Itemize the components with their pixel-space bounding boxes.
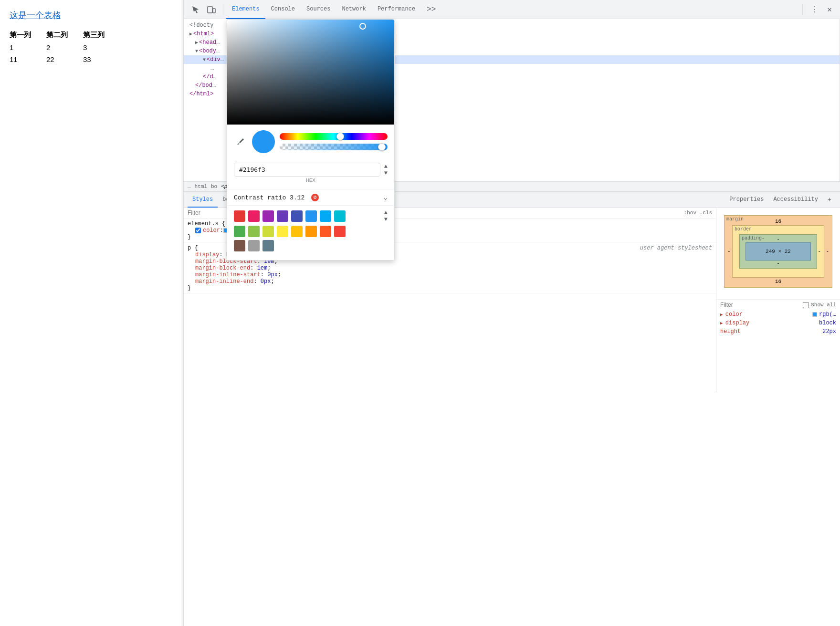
hex-section: ▲▼ HEX <box>227 163 394 189</box>
palette-swatch-cyan[interactable] <box>334 210 346 222</box>
palette-swatch-lightgreen[interactable] <box>248 226 260 237</box>
margin-right-value[interactable]: - <box>826 249 829 254</box>
expand-icon[interactable]: ▶ <box>189 31 192 37</box>
palette-swatch-lightblue[interactable] <box>320 210 331 222</box>
page-content: 这是一个表格 第一列 第二列 第三列 1 2 3 11 22 33 <box>0 0 181 626</box>
tab-elements[interactable]: Elements <box>226 0 265 19</box>
contrast-ratio-row[interactable]: Contrast ratio 3.12 ⊘ ⌄ <box>227 189 394 205</box>
palette-swatch-grey[interactable] <box>248 240 260 251</box>
box-model-container: margin 16 - 16 - border - padd <box>716 208 840 295</box>
computed-row-color: color rgb(… <box>716 310 840 319</box>
palette-row-1: ▲▼ <box>234 209 388 223</box>
color-spectrum[interactable] <box>227 20 394 125</box>
palette-swatch-amber[interactable] <box>291 226 303 237</box>
palette-arrows[interactable]: ▲▼ <box>384 209 388 223</box>
tabs-overflow-button[interactable]: >> <box>423 0 440 19</box>
expand-div-icon[interactable]: ▼ <box>203 57 206 63</box>
dom-div-tag: <div <box>207 56 220 63</box>
hex-input[interactable] <box>234 163 380 177</box>
page-title: 这是一个表格 <box>10 10 172 21</box>
tab-accessibility[interactable]: Accessibility <box>768 192 823 208</box>
tab-separator <box>223 4 223 15</box>
css-prop-checkbox[interactable] <box>195 228 201 233</box>
computed-filter-input[interactable] <box>720 302 803 308</box>
tab-sources[interactable]: Sources <box>301 0 336 19</box>
palette-swatch-indigo[interactable] <box>291 210 303 222</box>
svg-rect-0 <box>208 7 212 13</box>
show-all-checkbox[interactable] <box>803 302 809 308</box>
expand-head-icon[interactable]: ▶ <box>195 40 198 45</box>
padding-bottom-value[interactable]: - <box>777 261 780 266</box>
color-controls-row <box>234 130 388 153</box>
contrast-chevron-icon[interactable]: ⌄ <box>384 193 388 201</box>
color-controls <box>227 125 394 163</box>
computed-prop-display[interactable]: display <box>720 320 749 326</box>
padding-top-value[interactable]: - <box>777 237 780 242</box>
palette-swatch-deeporange[interactable] <box>320 226 331 237</box>
table-row: 1 2 3 <box>10 42 120 53</box>
palette-swatch-orange[interactable] <box>305 226 317 237</box>
cursor-tool-icon[interactable] <box>188 2 203 17</box>
palette-swatch-brown[interactable] <box>234 240 245 251</box>
device-svg <box>207 5 216 14</box>
palette-swatch-red[interactable] <box>234 210 245 222</box>
palette-swatch-green[interactable] <box>234 226 245 237</box>
palette-swatch-pink[interactable] <box>248 210 260 222</box>
palette-swatch-yellow[interactable] <box>277 226 288 237</box>
devtools-panel: Elements Console Sources Network Perform… <box>183 0 840 626</box>
css-selector-p: p { <box>188 245 198 251</box>
palette-swatch-red2[interactable] <box>334 226 346 237</box>
more-options-icon[interactable]: ⋮ <box>808 3 821 16</box>
computed-prop-color[interactable]: color <box>720 311 743 318</box>
hue-slider[interactable] <box>280 133 388 140</box>
color-palette: ▲▼ <box>227 205 394 260</box>
tab-properties[interactable]: Properties <box>724 192 768 208</box>
eyedropper-svg <box>236 137 245 146</box>
cursor-svg <box>191 5 200 14</box>
tab-separator-2 <box>802 4 803 15</box>
svg-rect-1 <box>213 9 215 13</box>
computed-filter: Show all <box>716 299 840 310</box>
dom-html-tag: <html> <box>193 31 214 37</box>
cell: 2 <box>46 42 83 53</box>
contrast-text: Contrast ratio 3.12 <box>234 194 304 201</box>
contrast-label: Contrast ratio 3.12 ⊘ <box>234 194 380 201</box>
device-toggle-icon[interactable] <box>204 2 219 17</box>
computed-prop-height[interactable]: height <box>720 328 741 335</box>
devtools-tab-bar: Elements Console Sources Network Perform… <box>184 0 840 19</box>
close-devtools-icon[interactable]: ✕ <box>823 3 836 16</box>
palette-swatch-blue[interactable] <box>305 210 317 222</box>
alpha-thumb <box>378 143 386 151</box>
breadcrumb-html[interactable]: html <box>195 184 207 189</box>
alpha-slider[interactable] <box>280 144 388 150</box>
new-style-rule-icon[interactable]: + <box>823 193 836 207</box>
margin-left-value[interactable]: - <box>727 249 731 254</box>
hex-arrows[interactable]: ▲▼ <box>384 163 388 177</box>
tab-performance[interactable]: Performance <box>372 0 421 19</box>
dom-close-body-tag: </bod <box>195 82 212 89</box>
show-all-text: Show all <box>811 302 836 308</box>
dom-head-tag: <head <box>199 39 216 46</box>
expand-body-icon[interactable]: ▼ <box>195 49 198 54</box>
tab-console[interactable]: Console <box>265 0 301 19</box>
col-header-3: 第三列 <box>83 29 120 42</box>
col-header-1: 第一列 <box>10 29 46 42</box>
table-row: 11 22 33 <box>10 53 120 65</box>
border-value[interactable]: - <box>818 249 821 254</box>
palette-swatch-purple[interactable] <box>262 210 274 222</box>
tab-network[interactable]: Network <box>336 0 371 19</box>
breadcrumb-body[interactable]: bo <box>211 184 217 189</box>
palette-swatch-lime[interactable] <box>262 226 274 237</box>
palette-swatch-deeppurple[interactable] <box>277 210 288 222</box>
tab-styles[interactable]: Styles <box>188 192 218 208</box>
computed-row-height: height 22px <box>716 327 840 336</box>
eyedropper-button[interactable] <box>234 135 247 148</box>
box-margin: margin 16 - 16 - border - padd <box>724 215 832 288</box>
breadcrumb-ellipsis[interactable]: … <box>188 184 191 189</box>
palette-row-2 <box>234 226 388 237</box>
palette-swatch-bluegrey[interactable] <box>262 240 274 251</box>
filter-dot-v-icon: :hov .cls <box>684 210 712 216</box>
margin-top-value[interactable]: 16 <box>775 219 781 224</box>
dom-ellipsis: … <box>210 65 214 72</box>
margin-bottom-value[interactable]: 16 <box>775 279 781 284</box>
